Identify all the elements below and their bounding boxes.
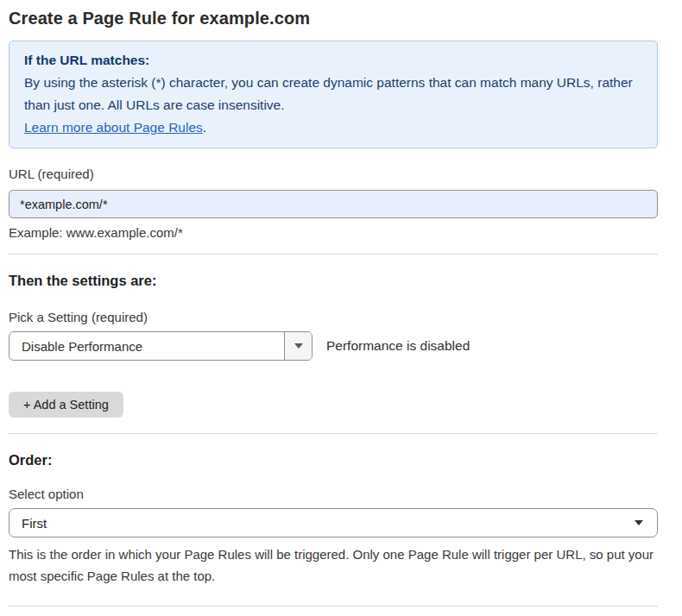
chevron-down-icon xyxy=(635,520,643,525)
url-matches-info-box: If the URL matches: By using the asteris… xyxy=(9,41,658,148)
setting-select-value: Disable Performance xyxy=(9,332,284,360)
create-page-rule-form: Create a Page Rule for example.com If th… xyxy=(0,0,658,616)
pick-setting-label: Pick a Setting (required) xyxy=(9,310,658,324)
setting-select[interactable]: Disable Performance xyxy=(9,331,313,361)
divider xyxy=(9,606,658,607)
chevron-down-icon xyxy=(294,343,303,349)
order-select-value: First xyxy=(22,516,635,531)
order-select-label: Select option xyxy=(9,487,658,501)
url-example-text: Example: www.example.com/* xyxy=(9,225,658,240)
learn-more-link[interactable]: Learn more about Page Rules xyxy=(24,120,203,135)
divider xyxy=(9,254,658,255)
setting-row: Disable Performance Performance is disab… xyxy=(9,331,658,361)
setting-status-text: Performance is disabled xyxy=(326,338,470,354)
add-setting-button[interactable]: + Add a Setting xyxy=(9,392,123,418)
url-input[interactable] xyxy=(9,190,658,218)
info-box-body: By using the asterisk (*) character, you… xyxy=(24,72,642,116)
settings-section-heading: Then the settings are: xyxy=(9,273,658,289)
setting-select-arrow-button[interactable] xyxy=(284,332,312,360)
url-field-label: URL (required) xyxy=(9,167,658,181)
page-title: Create a Page Rule for example.com xyxy=(9,9,658,28)
info-box-link-line: Learn more about Page Rules. xyxy=(24,116,642,139)
order-help-text: This is the order in which your Page Rul… xyxy=(9,544,654,587)
divider xyxy=(9,433,658,434)
order-select[interactable]: First xyxy=(9,508,658,537)
order-section-heading: Order: xyxy=(9,452,658,468)
link-period: . xyxy=(203,120,206,135)
info-box-heading: If the URL matches: xyxy=(24,49,642,72)
